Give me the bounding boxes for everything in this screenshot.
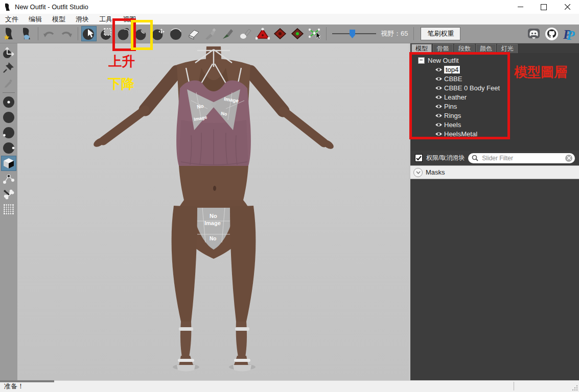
load-project-button[interactable] [2, 27, 16, 41]
toolbar-separator [413, 27, 414, 40]
tree-item-heels[interactable]: Heels [410, 120, 579, 129]
vertex-triangle-button[interactable] [256, 27, 270, 41]
visibility-eye-icon[interactable] [435, 131, 443, 137]
vertex-edit-button[interactable] [2, 172, 16, 186]
clear-filter-button[interactable] [565, 155, 572, 162]
tree-item-cbbe-body-feet[interactable]: CBBE 0 Body Feet [410, 83, 579, 92]
status-bar-line [54, 380, 579, 381]
redo-button[interactable] [59, 27, 74, 41]
slider-filter-search[interactable] [468, 153, 575, 163]
tree-root[interactable]: New Outfit [410, 56, 579, 65]
tree-item-heelsmetal[interactable]: HeelsMetal [410, 129, 579, 138]
permissions-checkbox[interactable] [415, 154, 423, 162]
select-cursor-icon [82, 27, 96, 40]
viewport-3d[interactable]: No Image Image No No Image No [17, 43, 409, 380]
tree-item-top4[interactable]: top4 [410, 65, 579, 74]
brush-falloff-center-button[interactable] [2, 95, 16, 109]
chevron-down-icon[interactable] [413, 168, 423, 177]
xmirror-cube-button[interactable] [2, 156, 16, 170]
visibility-eye-icon[interactable] [435, 94, 443, 100]
mask-brush-icon [100, 27, 113, 40]
eraser-tool-button[interactable] [186, 27, 200, 41]
tree-item-rings[interactable]: Rings [410, 111, 579, 120]
github-icon[interactable] [545, 27, 559, 41]
visibility-eye-icon[interactable] [435, 113, 443, 118]
alpha-brush-icon [239, 27, 252, 40]
grid-toggle-button[interactable] [2, 202, 16, 216]
collapse-minus-icon[interactable] [418, 57, 425, 64]
tree-item-pins[interactable]: Pins [410, 102, 579, 111]
pencil-icon [3, 77, 14, 88]
minimize-button[interactable] [508, 0, 532, 14]
pin-tool-button[interactable] [2, 60, 16, 75]
vertices-icon [2, 172, 15, 185]
color-brush-button[interactable] [221, 27, 235, 41]
deflate-brush-button[interactable] [134, 27, 148, 41]
close-button[interactable] [555, 0, 579, 14]
visibility-eye-icon[interactable] [435, 76, 443, 82]
svg-text:No: No [210, 213, 217, 219]
visibility-eye-icon[interactable] [435, 85, 443, 91]
resize-grip[interactable] [572, 385, 578, 391]
move-brush-button[interactable] [151, 27, 166, 41]
menu-edit[interactable]: 编辑 [24, 15, 47, 24]
tab-lights[interactable]: 灯光 [497, 44, 518, 53]
inflate-brush-icon [117, 27, 130, 40]
menu-view[interactable]: 视图 [118, 15, 141, 24]
toolbar-separator [326, 27, 327, 40]
load-reference-button[interactable] [19, 27, 34, 41]
tree-item-leather[interactable]: Leather [410, 92, 579, 102]
menu-slider[interactable]: 滑块 [71, 15, 94, 24]
menu-tools[interactable]: 工具 [94, 15, 118, 24]
tree-item-cbbe[interactable]: CBBE [410, 74, 579, 83]
main-toolbar: 视野：65 笔刷权重 P P [0, 24, 579, 43]
masks-section-header[interactable]: Masks [410, 165, 579, 179]
brush-solid-button[interactable] [2, 110, 16, 125]
menu-file[interactable]: 文件 [0, 15, 24, 24]
inflate-brush-button[interactable] [117, 27, 131, 41]
pencil-tool-button[interactable] [2, 76, 16, 90]
tree-item-label: Rings [444, 112, 461, 119]
toolbar-separator [38, 27, 38, 40]
tab-meshes[interactable]: 模型 [411, 44, 432, 53]
fov-slider-thumb[interactable] [350, 30, 355, 38]
bone-diamond-button[interactable] [290, 27, 305, 41]
bones-mode-button[interactable] [2, 187, 16, 201]
svg-text:No: No [210, 236, 216, 241]
permissions-checkbox-label: 权限/取消滑块 [426, 154, 465, 162]
discord-icon[interactable] [527, 27, 541, 41]
transform-tool-button[interactable] [2, 45, 16, 59]
brush-offset-right-button[interactable] [2, 141, 16, 155]
tree-root-label: New Outfit [428, 57, 459, 64]
tab-segments[interactable]: 段数 [454, 44, 475, 53]
brush-weight-button[interactable]: 笔刷权重 [421, 27, 460, 40]
paypal-icon[interactable]: P P [563, 27, 575, 41]
alpha-brush-button[interactable] [238, 27, 252, 41]
move-brush-icon [152, 27, 165, 40]
tab-colors[interactable]: 颜色 [476, 44, 496, 53]
brand-links: P P [527, 27, 579, 41]
fov-slider[interactable] [332, 29, 376, 38]
svg-text:P: P [566, 28, 575, 41]
right-panel: 模型 骨骼 段数 颜色 灯光 New Outfit top4 CBBE CBBE… [410, 43, 579, 380]
tree-item-label: Heels [444, 121, 461, 129]
cube-icon [3, 157, 15, 169]
visibility-eye-icon[interactable] [435, 104, 443, 109]
visibility-eye-icon[interactable] [435, 67, 443, 72]
slider-filter-input[interactable] [481, 154, 563, 162]
maximize-button[interactable] [532, 0, 555, 14]
select-tool-button[interactable] [82, 27, 96, 41]
smooth-brush-button[interactable] [169, 27, 183, 41]
tree-item-label: Leather [444, 93, 467, 101]
weight-paint-tool-button[interactable] [308, 27, 322, 41]
brush-offset-left-button[interactable] [2, 126, 16, 140]
visibility-eye-icon[interactable] [435, 122, 443, 128]
menu-shape[interactable]: 模型 [47, 15, 71, 24]
mask-brush-button[interactable] [99, 27, 113, 41]
undo-button[interactable] [42, 27, 56, 41]
masks-section-label: Masks [426, 168, 445, 176]
pose-diamond-button[interactable] [273, 27, 287, 41]
search-icon [472, 155, 478, 161]
weight-brush-button[interactable] [203, 27, 218, 41]
tab-bones[interactable]: 骨骼 [433, 44, 453, 53]
